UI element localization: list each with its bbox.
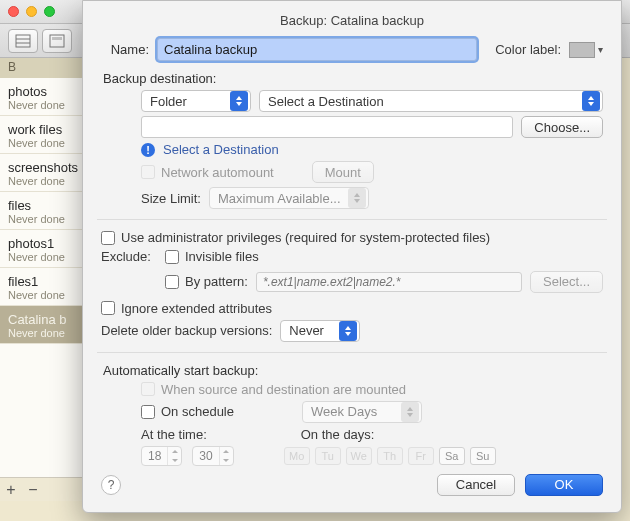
minimize-icon[interactable] [26,6,37,17]
time-minute-stepper: 30 [192,446,233,466]
color-label: Color label: [495,42,561,57]
sidebar-add-button[interactable]: + [0,481,22,499]
toolbar-button-table[interactable] [8,29,38,53]
cancel-button[interactable]: Cancel [437,474,515,496]
divider [97,219,607,220]
size-limit-label: Size Limit: [141,191,201,206]
exclude-label: Exclude: [101,249,157,264]
chevron-down-icon: ▾ [598,44,603,55]
auto-start-section-label: Automatically start backup: [103,363,603,378]
name-label: Name: [101,42,149,57]
destination-select-popup[interactable]: Select a Destination [259,90,603,112]
pattern-field[interactable] [256,272,522,292]
choose-button[interactable]: Choose... [521,116,603,138]
on-schedule-checkbox[interactable]: On schedule [141,404,234,419]
admin-privileges-checkbox[interactable]: Use administrator privileges (required f… [101,230,490,245]
backup-settings-sheet: Backup: Catalina backup Name: Color labe… [82,0,622,513]
help-button[interactable]: ? [101,475,121,495]
close-icon[interactable] [8,6,19,17]
when-mounted-checkbox: When source and destination are mounted [141,382,406,397]
time-hour-stepper: 18 [141,446,182,466]
at-time-label: At the time: [141,427,207,442]
popup-arrows-icon [339,321,357,341]
ok-button[interactable]: OK [525,474,603,496]
name-field[interactable] [157,38,477,61]
destination-section-label: Backup destination: [103,71,603,86]
delete-older-popup[interactable]: Never [280,320,360,342]
day-we: We [346,447,372,465]
day-sa: Sa [439,447,465,465]
popup-arrows-icon [401,402,419,422]
info-icon: ! [141,143,155,157]
destination-warning-text: Select a Destination [163,142,279,157]
on-days-label: On the days: [301,427,375,442]
zoom-icon[interactable] [44,6,55,17]
sheet-title: Backup: Catalina backup [101,13,603,28]
svg-rect-0 [16,35,30,47]
svg-rect-3 [50,35,64,47]
day-su: Su [470,447,496,465]
destination-type-popup[interactable]: Folder [141,90,251,112]
size-limit-popup: Maximum Available... [209,187,369,209]
color-label-picker[interactable]: ▾ [569,42,603,58]
popup-arrows-icon [230,91,248,111]
pattern-select-button: Select... [530,271,603,293]
sidebar-remove-button[interactable]: − [22,481,44,499]
divider [97,352,607,353]
color-swatch-icon [569,42,595,58]
day-tu: Tu [315,447,341,465]
schedule-frequency-popup: Week Days [302,401,422,423]
svg-rect-4 [52,37,62,40]
delete-older-label: Delete older backup versions: [101,323,272,338]
day-mo: Mo [284,447,310,465]
by-pattern-checkbox[interactable]: By pattern: [165,274,248,289]
destination-path-field[interactable] [141,116,513,138]
day-th: Th [377,447,403,465]
toolbar-button-card[interactable] [42,29,72,53]
sidebar-item-label: photos [8,84,91,99]
mount-button: Mount [312,161,374,183]
ignore-extended-attributes-checkbox[interactable]: Ignore extended attributes [101,301,272,316]
popup-arrows-icon [348,188,366,208]
sidebar-item-sub: Never done [8,99,91,111]
popup-arrows-icon [582,91,600,111]
invisible-files-checkbox[interactable]: Invisible files [165,249,259,264]
day-selector: Mo Tu We Th Fr Sa Su [284,447,496,465]
network-automount-checkbox: Network automount [141,165,274,180]
day-fr: Fr [408,447,434,465]
